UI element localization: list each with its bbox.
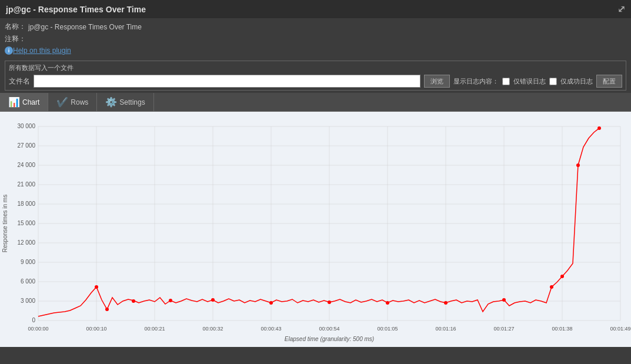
error-log-checkbox[interactable] bbox=[502, 78, 510, 85]
data-point bbox=[386, 301, 389, 305]
name-value: jp@gc - Response Times Over Time bbox=[28, 23, 142, 31]
config-button[interactable]: 配置 bbox=[596, 75, 622, 88]
svg-text:00:00:21: 00:00:21 bbox=[144, 326, 165, 332]
file-input[interactable] bbox=[34, 75, 420, 88]
data-point bbox=[597, 126, 601, 130]
svg-text:21 000: 21 000 bbox=[17, 181, 35, 188]
tab-rows[interactable]: ✔️ Rows bbox=[48, 93, 97, 111]
tab-settings[interactable]: ⚙️ Settings bbox=[97, 93, 153, 111]
success-log-checkbox[interactable] bbox=[549, 78, 557, 85]
svg-text:24 000: 24 000 bbox=[17, 162, 35, 168]
form-section: 名称： jp@gc - Response Times Over Time 注释：… bbox=[0, 18, 631, 58]
svg-text:30 000: 30 000 bbox=[17, 123, 35, 129]
svg-text:00:00:32: 00:00:32 bbox=[202, 326, 223, 332]
chart-tab-icon: 📊 bbox=[8, 96, 20, 108]
log-options-label: 显示日志内容： bbox=[453, 77, 499, 86]
svg-text:00:00:43: 00:00:43 bbox=[261, 326, 281, 332]
data-point bbox=[132, 299, 135, 303]
tab-bar: 📊 Chart ✔️ Rows ⚙️ Settings bbox=[0, 93, 631, 112]
svg-text:00:00:10: 00:00:10 bbox=[86, 326, 106, 332]
expand-icon[interactable]: ⤢ bbox=[617, 4, 625, 15]
data-point bbox=[269, 301, 273, 305]
data-point bbox=[169, 299, 172, 302]
help-row[interactable]: i Help on this plugin bbox=[5, 45, 626, 56]
comment-row: 注释： bbox=[5, 33, 626, 45]
svg-text:00:01:05: 00:01:05 bbox=[377, 326, 398, 332]
svg-text:15 000: 15 000 bbox=[17, 220, 35, 226]
name-row: 名称： jp@gc - Response Times Over Time bbox=[5, 21, 626, 33]
log-options: 显示日志内容： 仅错误日志 仅成功日志 配置 bbox=[453, 75, 622, 88]
svg-text:12 000: 12 000 bbox=[17, 239, 35, 246]
svg-text:00:00:54: 00:00:54 bbox=[319, 326, 339, 332]
svg-text:18 000: 18 000 bbox=[17, 201, 35, 207]
data-point bbox=[105, 308, 109, 311]
data-point bbox=[444, 301, 448, 305]
info-icon: i bbox=[5, 46, 13, 55]
svg-text:Elapsed time (granularity: 500: Elapsed time (granularity: 500 ms) bbox=[285, 336, 374, 342]
rows-tab-icon: ✔️ bbox=[56, 96, 68, 108]
title-bar: jp@gc - Response Times Over Time ⤢ bbox=[0, 0, 631, 18]
comment-label: 注释： bbox=[5, 34, 28, 44]
data-point bbox=[502, 298, 506, 302]
browse-button[interactable]: 浏览 bbox=[424, 75, 450, 88]
window-title: jp@gc - Response Times Over Time bbox=[6, 5, 146, 14]
data-point bbox=[576, 163, 580, 167]
data-point bbox=[560, 275, 564, 278]
file-section: 所有数据写入一个文件 文件名 浏览 显示日志内容： 仅错误日志 仅成功日志 配置 bbox=[5, 61, 626, 91]
data-point bbox=[95, 285, 98, 289]
svg-text:3 000: 3 000 bbox=[21, 298, 35, 304]
svg-text:00:01:27: 00:01:27 bbox=[493, 326, 514, 332]
file-row: 文件名 浏览 显示日志内容： 仅错误日志 仅成功日志 配置 bbox=[9, 75, 622, 88]
tab-chart-label: Chart bbox=[22, 98, 39, 106]
svg-text:00:01:49: 00:01:49 bbox=[610, 326, 630, 332]
svg-text:9 000: 9 000 bbox=[21, 259, 35, 265]
svg-text:6 000: 6 000 bbox=[21, 278, 35, 285]
tab-rows-label: Rows bbox=[71, 98, 88, 106]
help-link[interactable]: Help on this plugin bbox=[13, 46, 71, 55]
data-point bbox=[328, 300, 331, 304]
svg-text:0: 0 bbox=[32, 317, 35, 323]
section-title: 所有数据写入一个文件 bbox=[9, 64, 622, 72]
data-point bbox=[211, 298, 215, 302]
data-point bbox=[550, 285, 553, 289]
chart-svg: 0 3 000 6 000 9 000 12 000 15 000 18 000… bbox=[0, 112, 631, 347]
svg-text:00:01:16: 00:01:16 bbox=[435, 326, 456, 332]
svg-rect-0 bbox=[0, 112, 631, 347]
svg-text:27 000: 27 000 bbox=[17, 142, 35, 149]
tab-settings-label: Settings bbox=[119, 98, 145, 106]
name-label: 名称： bbox=[5, 22, 28, 32]
success-log-label: 仅成功日志 bbox=[560, 77, 593, 86]
svg-text:00:01:38: 00:01:38 bbox=[552, 326, 572, 332]
svg-text:00:00:00: 00:00:00 bbox=[28, 326, 48, 332]
error-log-label: 仅错误日志 bbox=[513, 77, 546, 86]
tab-chart[interactable]: 📊 Chart bbox=[0, 93, 48, 111]
file-label: 文件名 bbox=[9, 76, 30, 86]
chart-container: HTTP请求 jmeter-plugins.org 0 3 000 6 000 … bbox=[0, 112, 631, 347]
settings-tab-icon: ⚙️ bbox=[105, 96, 117, 108]
svg-text:Response times in ms: Response times in ms bbox=[2, 195, 8, 252]
